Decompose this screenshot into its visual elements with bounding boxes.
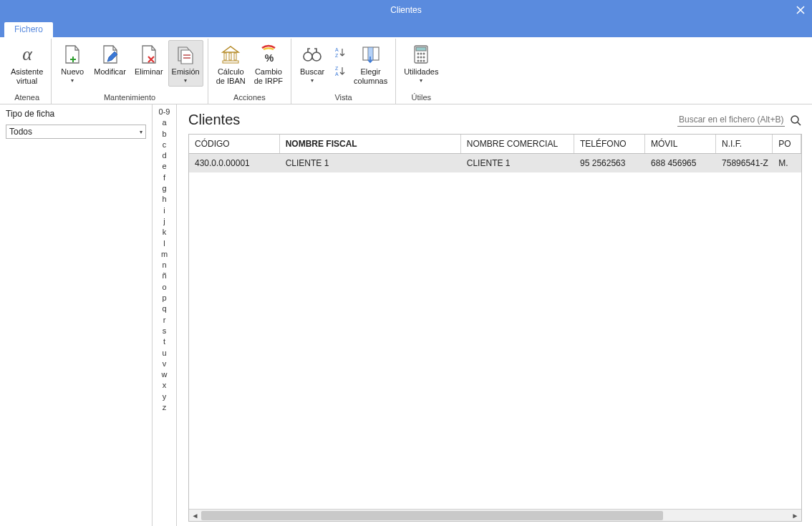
elegir-columnas-button[interactable]: Elegir columnas <box>350 40 391 89</box>
alpha-i[interactable]: i <box>153 206 176 217</box>
alpha-m[interactable]: m <box>153 250 176 260</box>
alpha-n[interactable]: n <box>153 260 176 271</box>
alpha-a[interactable]: a <box>153 118 176 129</box>
alpha-q[interactable]: q <box>153 304 176 315</box>
left-pane: Tipo de ficha Todos ▾ <box>0 104 153 526</box>
col-header-codigo[interactable]: CÓDIGO <box>189 135 280 153</box>
svg-text:A: A <box>335 47 339 52</box>
alpha-x[interactable]: x <box>153 381 176 391</box>
ribbon-group-vista: Buscar ▾ AZ ZA Elegir columnas Vista <box>291 39 396 104</box>
alpha-k[interactable]: k <box>153 228 176 238</box>
svg-rect-3 <box>224 53 226 60</box>
svg-text:α: α <box>22 44 33 64</box>
close-button[interactable] <box>789 0 812 20</box>
sort-desc-button[interactable]: ZA <box>332 63 347 79</box>
col-header-nombre-comercial[interactable]: NOMBRE COMERCIAL <box>461 135 574 153</box>
svg-rect-6 <box>223 61 238 63</box>
alpha-z[interactable]: z <box>153 403 176 414</box>
sort-asc-button[interactable]: AZ <box>332 44 347 60</box>
svg-point-27 <box>420 60 422 62</box>
search-input[interactable] <box>677 113 785 127</box>
tab-fichero[interactable]: Fichero <box>4 22 53 37</box>
alpha-j[interactable]: j <box>153 217 176 228</box>
svg-text:Z: Z <box>335 53 339 58</box>
scroll-right-button[interactable]: ► <box>789 510 801 522</box>
svg-rect-2 <box>183 57 190 59</box>
col-header-nombre-fiscal[interactable]: NOMBRE FISCAL <box>280 135 461 153</box>
cell-telefono: 95 2562563 <box>574 154 645 172</box>
chevron-down-icon: ▾ <box>71 77 74 84</box>
group-label-utiles: Útiles <box>400 92 442 104</box>
utilidades-button[interactable]: Utilidades ▾ <box>400 40 442 87</box>
nuevo-button[interactable]: Nuevo ▾ <box>56 40 89 87</box>
alpha-d[interactable]: d <box>153 151 176 162</box>
sort-desc-icon: ZA <box>333 65 346 77</box>
svg-point-22 <box>423 53 425 55</box>
alpha-e[interactable]: e <box>153 162 176 172</box>
alpha-l[interactable]: l <box>153 239 176 250</box>
grid-header: CÓDIGO NOMBRE FISCAL NOMBRE COMERCIAL TE… <box>189 135 801 154</box>
svg-point-23 <box>417 57 420 59</box>
alpha-b[interactable]: b <box>153 130 176 140</box>
alpha-r[interactable]: r <box>153 316 176 326</box>
asistente-virtual-button[interactable]: α Asistente virtual <box>7 40 47 89</box>
main-pane: Clientes CÓDIGO NOMBRE FISCAL NOMBRE COM… <box>177 104 812 526</box>
horizontal-scrollbar[interactable]: ◄ ► <box>189 509 801 521</box>
col-header-nif[interactable]: N.I.F. <box>716 135 773 153</box>
cell-codigo: 430.0.0.00001 <box>189 154 280 172</box>
page-copy-icon <box>174 43 197 66</box>
alpha-w[interactable]: w <box>153 370 176 381</box>
page-x-icon <box>137 43 160 66</box>
buscar-button[interactable]: Buscar ▾ <box>296 40 329 87</box>
alpha-index: 0-9abcdefghijklmnñopqrstuvwxyz <box>153 104 177 526</box>
grid-body[interactable]: 430.0.0.00001 CLIENTE 1 CLIENTE 1 95 256… <box>189 154 801 509</box>
ribbon-group-atenea: α Asistente virtual Atenea <box>3 39 52 104</box>
alpha-y[interactable]: y <box>153 392 176 403</box>
scroll-left-button[interactable]: ◄ <box>189 510 201 522</box>
clientes-grid: CÓDIGO NOMBRE FISCAL NOMBRE COMERCIAL TE… <box>188 134 802 522</box>
alpha-v[interactable]: v <box>153 359 176 370</box>
group-label-vista: Vista <box>296 92 391 104</box>
titlebar: Clientes <box>0 0 812 20</box>
tipo-ficha-combo[interactable]: Todos ▾ <box>6 125 146 139</box>
svg-point-24 <box>420 57 422 59</box>
group-label-acciones: Acciones <box>213 92 286 104</box>
search-button[interactable] <box>789 114 802 127</box>
alpha-0-9[interactable]: 0-9 <box>153 107 176 118</box>
modificar-button[interactable]: Modificar <box>90 40 130 79</box>
alpha-p[interactable]: p <box>153 293 176 304</box>
ribbon: α Asistente virtual Atenea Nuevo ▾ Modif… <box>0 37 812 104</box>
cell-nif: 75896541-Z <box>716 154 773 172</box>
svg-line-30 <box>798 122 801 125</box>
col-header-movil[interactable]: MÓVIL <box>645 135 716 153</box>
alpha-g[interactable]: g <box>153 184 176 195</box>
cambio-irpf-button[interactable]: % Cambio de IRPF <box>251 40 286 89</box>
table-row[interactable]: 430.0.0.00001 CLIENTE 1 CLIENTE 1 95 256… <box>189 154 801 172</box>
page-plus-icon <box>61 43 84 66</box>
svg-point-21 <box>420 53 422 55</box>
col-header-telefono[interactable]: TELÉFONO <box>574 135 645 153</box>
svg-rect-1 <box>183 54 190 56</box>
alpha-t[interactable]: t <box>153 337 176 348</box>
svg-text:%: % <box>265 52 274 64</box>
alpha-s[interactable]: s <box>153 326 176 337</box>
page-pencil-icon <box>99 43 122 66</box>
sort-asc-icon: AZ <box>333 47 346 58</box>
alpha-c[interactable]: c <box>153 140 176 151</box>
alpha-h[interactable]: h <box>153 195 176 205</box>
eliminar-button[interactable]: Eliminar <box>131 40 167 79</box>
calculo-iban-button[interactable]: Cálculo de IBAN <box>213 40 249 89</box>
col-header-po[interactable]: PO <box>773 135 801 153</box>
close-icon <box>796 6 805 14</box>
alpha-u[interactable]: u <box>153 349 176 359</box>
alpha-icon: α <box>16 43 39 66</box>
emision-button[interactable]: Emisión ▾ <box>168 40 203 87</box>
alpha-o[interactable]: o <box>153 283 176 293</box>
ribbon-group-mantenimiento: Nuevo ▾ Modificar Eliminar Emisión <box>52 39 208 104</box>
alpha-f[interactable]: f <box>153 173 176 184</box>
percent-icon: % <box>257 43 280 66</box>
alpha-ñ[interactable]: ñ <box>153 271 176 282</box>
svg-text:A: A <box>335 72 339 77</box>
scroll-thumb[interactable] <box>201 511 663 520</box>
group-label-mantenimiento: Mantenimiento <box>56 92 203 104</box>
